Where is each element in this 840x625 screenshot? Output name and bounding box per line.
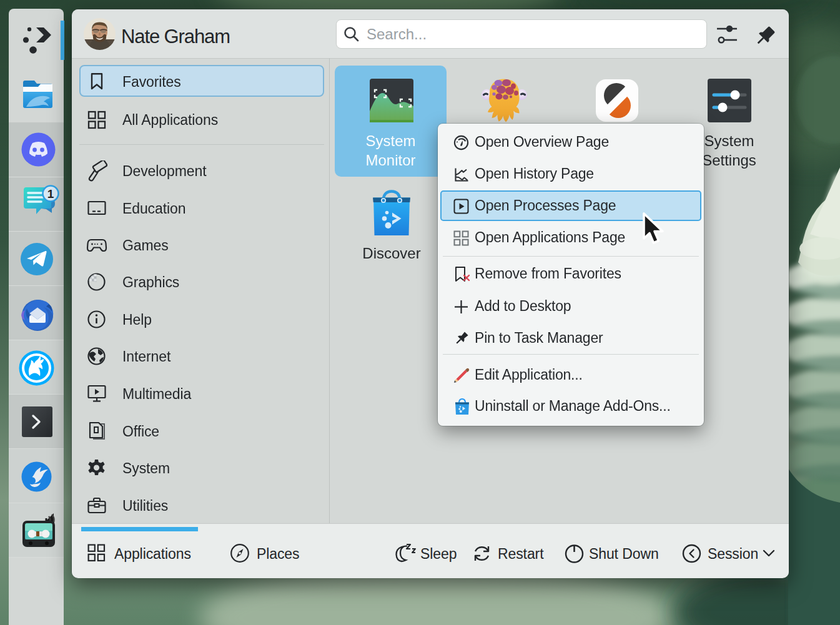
svg-text:1: 1: [47, 187, 54, 200]
